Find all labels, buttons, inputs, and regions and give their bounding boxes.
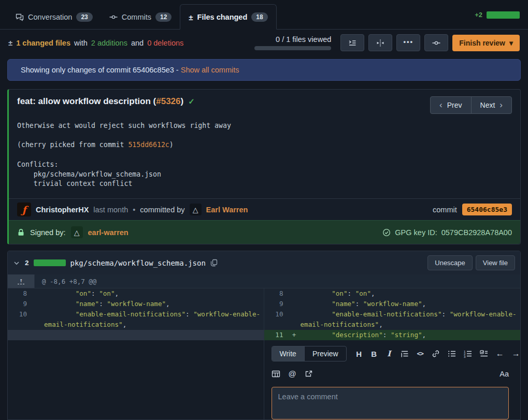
diff-code-row: 11+ "description": "string", [264,330,521,340]
code-line: "name": "workflow-name", [301,299,521,309]
unescape-button[interactable]: Unescape [427,255,473,270]
finish-review-button[interactable]: Finish review ▾ [452,35,520,51]
files-viewed-progress: 0 / 1 files viewed [254,35,331,50]
gpg-signed-row: Signed by: △ earl-warren GPG key ID: 057… [9,220,520,244]
heading-icon[interactable]: H [355,350,363,358]
next-label: Next [480,101,495,109]
prev-commit-button[interactable]: ‹Prev [430,96,471,114]
editor-toolbar-secondary: @ Aa [272,369,509,378]
tab-label: Files changed [197,13,248,21]
line-number[interactable]: 8 [264,288,288,299]
collapse-file-chevron-icon[interactable] [13,259,20,267]
commit-sha-badge[interactable]: 65406c85e3 [462,204,512,215]
tab-write[interactable]: Write [272,346,305,361]
line-number[interactable]: 9 [264,299,288,309]
split-diff-view: 8 "on": "on",9 "name": "workflow-name",1… [8,288,520,419]
diff-code-row: 10 "enable-email-notifications": "workfl… [8,309,264,330]
chevron-right-icon: › [500,102,503,108]
code-line: "enable-email-notifications": "workflow-… [301,309,521,330]
hunk-header-text: @ -8,6 +8,7 @@ [35,274,96,288]
diffstat-added: +2 [475,11,482,19]
verified-seal-icon [382,228,391,237]
author-avatar[interactable]: ƒ [17,202,31,216]
code-line: "on": "on", [44,288,264,299]
signer-avatar[interactable]: △ [71,226,83,238]
more-options-button[interactable]: ••• [396,34,420,51]
signed-by-label: Signed by: [30,228,66,237]
gpg-key-group: GPG key ID: 0579CB2928A78A00 [382,228,512,237]
ordered-list-icon[interactable]: 123 [464,350,472,358]
text-size-toggle[interactable]: Aa [500,370,509,378]
comment-editor: Write Preview H B I <> 123 ← → [264,340,521,419]
code-line: "description": "string", [301,330,521,340]
expand-hunk-button[interactable]: ↑ [8,274,35,288]
file-name: pkg/schema/workflow_schema.json [70,259,206,267]
committer-name-link[interactable]: Earl Warren [206,206,248,214]
caret-down-icon: ▾ [509,39,513,47]
line-number[interactable]: 10 [8,309,32,330]
link-icon[interactable] [432,350,440,358]
editor-top-row: Write Preview H B I <> 123 ← → [272,346,509,361]
line-number[interactable]: 10 [264,309,288,330]
file-diff-box: 2 pkg/schema/workflow_schema.json Unesca… [7,251,521,420]
committer-avatar[interactable]: △ [190,204,202,215]
diff-code-row: 8 "on": "on", [264,288,521,299]
commit-title-suffix: ) [181,96,184,106]
editor-toolbar: H B I <> 123 ← → [355,349,520,358]
committed-by-label: committed by [140,206,184,214]
bold-icon[interactable]: B [370,350,378,358]
commit-label: commit [433,206,457,214]
commit-title: feat: allow workflow description (#5326)… [17,96,195,107]
pr-diffstat: +2 [475,11,520,19]
line-number[interactable]: 11 [264,330,288,340]
line-number[interactable]: 8 [8,288,32,299]
unordered-list-icon[interactable] [448,350,456,358]
chevron-left-icon: ‹ [439,102,443,108]
file-change-count: 2 [25,259,29,267]
mention-icon[interactable]: @ [289,369,296,378]
pr-number-link[interactable]: #5326 [156,96,180,106]
show-all-commits-link[interactable]: Show all commits [181,66,239,74]
summary-word: and [131,39,144,47]
table-icon[interactable] [272,370,280,378]
commit-message: Otherwise act would reject such workflow… [9,119,520,198]
commits-icon [109,13,118,21]
cherry-pick-sha-link[interactable]: 515dd6612c [128,141,169,149]
svg-text:3: 3 [464,355,466,358]
author-name-link[interactable]: ChristopherHX [36,206,89,214]
view-file-button[interactable]: View file [476,255,515,270]
finish-review-label: Finish review [459,39,505,47]
diff-summary-text: ± 1 changed files with 2 additions and 0… [8,38,183,47]
commit-sha-group: commit 65406c85e3 [433,204,512,215]
arrow-right-icon[interactable]: → [512,349,520,358]
tab-files-changed[interactable]: ± Files changed 18 [180,4,276,30]
diff-marker [32,288,44,299]
diff-icon: ± [189,13,193,22]
italic-icon[interactable]: I [386,349,393,358]
commit-author-row: ƒ ChristopherHX last month • committed b… [9,198,520,220]
signer-name-link[interactable]: earl-warren [88,228,129,237]
comment-input[interactable] [272,387,509,419]
diff-marker [288,299,301,309]
code-icon[interactable]: <> [417,350,424,357]
show-commit-button[interactable] [424,34,448,51]
file-tree-toggle-button[interactable] [340,34,364,51]
prev-label: Prev [447,101,462,109]
commit-title-row: feat: allow workflow description (#5326)… [9,90,520,119]
reference-icon[interactable] [305,370,313,378]
commit-time: last month [93,206,128,214]
diff-view-toggle-button[interactable] [368,34,392,51]
quote-icon[interactable] [401,350,409,358]
dot-separator: • [133,206,135,214]
tab-conversation[interactable]: Conversation 23 [7,5,101,29]
gpg-key-id: 0579CB2928A78A00 [441,228,512,237]
arrow-left-icon[interactable]: ← [496,349,504,358]
next-commit-button[interactable]: Next› [471,96,512,114]
tab-preview[interactable]: Preview [305,346,346,361]
code-line: "enable-email-notifications": "workflow-… [44,309,264,330]
copy-filename-icon[interactable] [210,259,218,267]
diff-code-row: 10 "enable-email-notifications": "workfl… [264,309,521,330]
tab-commits[interactable]: Commits 12 [101,5,180,29]
task-list-icon[interactable] [480,350,488,358]
line-number[interactable]: 9 [8,299,32,309]
